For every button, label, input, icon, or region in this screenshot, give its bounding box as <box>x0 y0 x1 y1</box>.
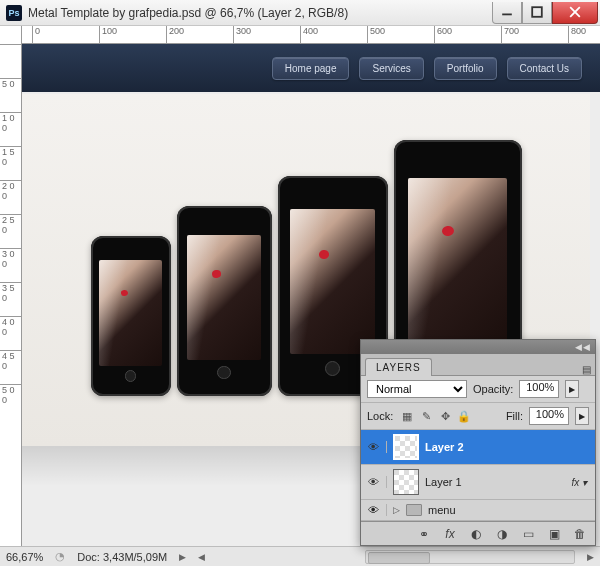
layer-thumbnail[interactable] <box>393 434 419 460</box>
chevron-right-icon[interactable]: ▶ <box>179 552 186 562</box>
link-layers-icon[interactable]: ⚭ <box>415 527 433 541</box>
new-layer-icon[interactable]: ▣ <box>545 527 563 541</box>
lock-transparent-icon[interactable]: ▦ <box>399 410 415 423</box>
ruler-tick-label: 300 <box>236 26 251 36</box>
ruler-tick-label: 5 0 0 <box>2 385 21 405</box>
panel-grip[interactable]: ◀◀ <box>361 340 595 354</box>
trash-icon[interactable]: 🗑 <box>571 527 589 541</box>
opacity-label: Opacity: <box>473 383 513 395</box>
nav-home[interactable]: Home page <box>272 57 350 80</box>
opacity-field[interactable]: 100% <box>519 380 559 398</box>
window-title: Metal Template by grafpedia.psd @ 66,7% … <box>28 6 492 20</box>
blend-opacity-row: Normal Opacity: 100% ▶ <box>361 376 595 403</box>
folder-icon <box>406 504 422 516</box>
chevron-left-icon[interactable]: ◀ <box>198 552 205 562</box>
opacity-stepper[interactable]: ▶ <box>565 380 579 398</box>
ruler-tick-label: 4 5 0 <box>2 351 21 371</box>
maximize-button[interactable] <box>522 2 552 24</box>
layer-name[interactable]: Layer 2 <box>425 441 591 453</box>
ruler-tick-label: 700 <box>504 26 519 36</box>
ruler-tick-label: 4 0 0 <box>2 317 21 337</box>
group-name[interactable]: menu <box>428 504 456 516</box>
blend-mode-select[interactable]: Normal <box>367 380 467 398</box>
lock-label: Lock: <box>367 410 393 422</box>
phone-mockup <box>91 236 171 396</box>
horizontal-ruler[interactable]: 0 100 200 300 400 500 600 700 800 <box>22 26 600 44</box>
ruler-tick-label: 100 <box>102 26 117 36</box>
expand-icon[interactable]: ▷ <box>393 505 400 515</box>
status-icon: ◔ <box>55 550 65 563</box>
layer-item[interactable]: 👁 Layer 1 fx ▾ <box>361 465 595 500</box>
window-controls <box>492 2 598 24</box>
layer-thumbnail[interactable] <box>393 469 419 495</box>
fx-icon[interactable]: fx <box>441 527 459 541</box>
close-button[interactable] <box>552 2 598 24</box>
tab-layers[interactable]: LAYERS <box>365 358 432 376</box>
mask-icon[interactable]: ◐ <box>467 527 485 541</box>
visibility-toggle-icon[interactable]: 👁 <box>365 441 387 453</box>
template-header: Home page Services Portfolio Contact Us <box>22 44 600 92</box>
layer-name[interactable]: Layer 1 <box>425 476 565 488</box>
phone-mockup <box>177 206 272 396</box>
titlebar: Ps Metal Template by grafpedia.psd @ 66,… <box>0 0 600 26</box>
collapse-icon[interactable]: ◀◀ <box>575 342 591 352</box>
visibility-toggle-icon[interactable]: 👁 <box>365 504 387 516</box>
ruler-tick-label: 3 0 0 <box>2 249 21 269</box>
ruler-tick-label: 5 0 <box>2 79 15 89</box>
ruler-tick-label: 1 0 0 <box>2 113 21 133</box>
minimize-button[interactable] <box>492 2 522 24</box>
panel-menu-icon[interactable]: ▤ <box>582 364 591 375</box>
layer-group[interactable]: 👁 ▷ menu <box>361 500 595 521</box>
panel-footer: ⚭ fx ◐ ◑ ▭ ▣ 🗑 <box>361 521 595 545</box>
lock-pixels-icon[interactable]: ✎ <box>418 410 434 423</box>
layers-panel[interactable]: ◀◀ LAYERS ▤ Normal Opacity: 100% ▶ Lock:… <box>360 339 596 546</box>
layer-item[interactable]: 👁 Layer 2 <box>361 430 595 465</box>
app-icon: Ps <box>6 5 22 21</box>
visibility-toggle-icon[interactable]: 👁 <box>365 476 387 488</box>
ruler-tick-label: 800 <box>571 26 586 36</box>
ruler-tick-label: 1 5 0 <box>2 147 21 167</box>
chevron-right-icon[interactable]: ▶ <box>587 552 594 562</box>
group-icon[interactable]: ▭ <box>519 527 537 541</box>
ruler-tick-label: 400 <box>303 26 318 36</box>
ruler-tick-label: 3 5 0 <box>2 283 21 303</box>
lock-icons: ▦ ✎ ✥ 🔒 <box>399 410 472 423</box>
ruler-tick-label: 500 <box>370 26 385 36</box>
doc-size: Doc: 3,43M/5,09M <box>77 551 167 563</box>
nav-portfolio[interactable]: Portfolio <box>434 57 497 80</box>
zoom-level[interactable]: 66,67% <box>6 551 43 563</box>
ruler-tick-label: 2 0 0 <box>2 181 21 201</box>
svg-rect-1 <box>532 7 542 17</box>
ruler-tick-label: 200 <box>169 26 184 36</box>
layer-list[interactable]: 👁 Layer 2 👁 Layer 1 fx ▾ 👁 ▷ menu <box>361 430 595 521</box>
fill-stepper[interactable]: ▶ <box>575 407 589 425</box>
fill-label: Fill: <box>506 410 523 422</box>
ruler-tick-label: 600 <box>437 26 452 36</box>
lock-position-icon[interactable]: ✥ <box>437 410 453 423</box>
nav-services[interactable]: Services <box>359 57 423 80</box>
ruler-tick-label: 0 <box>35 26 40 36</box>
ruler-tick-label: 2 5 0 <box>2 215 21 235</box>
nav-contact[interactable]: Contact Us <box>507 57 582 80</box>
vertical-ruler[interactable]: 5 0 1 0 0 1 5 0 2 0 0 2 5 0 3 0 0 3 5 0 … <box>0 26 22 546</box>
panel-tabbar: LAYERS ▤ <box>361 354 595 376</box>
adjustment-icon[interactable]: ◑ <box>493 527 511 541</box>
lock-all-icon[interactable]: 🔒 <box>456 410 472 423</box>
fill-field[interactable]: 100% <box>529 407 569 425</box>
horizontal-scrollbar[interactable] <box>365 550 575 564</box>
status-bar: 66,67% ◔ Doc: 3,43M/5,09M ▶ ◀ ▶ <box>0 546 600 566</box>
fx-badge[interactable]: fx ▾ <box>571 477 591 488</box>
lock-fill-row: Lock: ▦ ✎ ✥ 🔒 Fill: 100% ▶ <box>361 403 595 430</box>
